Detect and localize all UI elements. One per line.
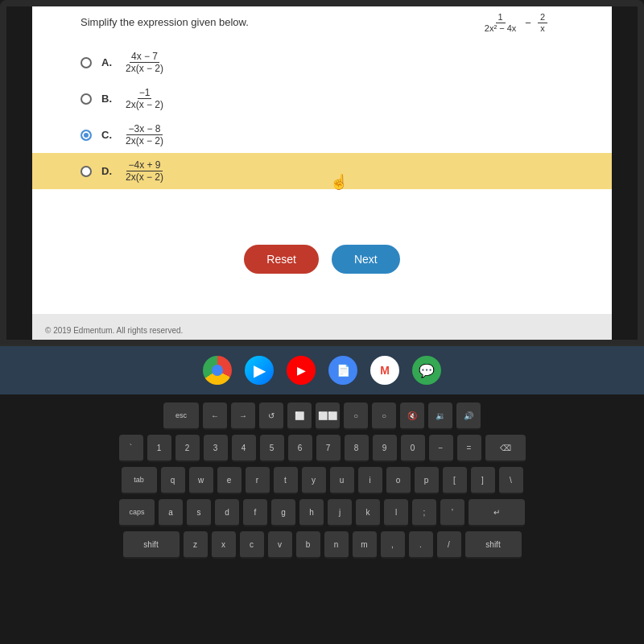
key-vol-up[interactable]: 🔊 bbox=[456, 402, 481, 430]
key-7[interactable]: 7 bbox=[316, 435, 341, 462]
youtube-icon[interactable]: ▶ bbox=[287, 356, 316, 385]
key-tab[interactable]: tab bbox=[122, 467, 157, 494]
key-x[interactable]: x bbox=[212, 531, 236, 559]
key-caps[interactable]: caps bbox=[119, 499, 155, 526]
key-o[interactable]: o bbox=[386, 467, 411, 494]
key-windows[interactable]: ⬜⬜ bbox=[316, 402, 340, 430]
key-c[interactable]: c bbox=[240, 531, 264, 559]
key-fullscreen[interactable]: ⬜ bbox=[287, 402, 312, 430]
choice-a-denominator: 2x(x − 2) bbox=[124, 63, 165, 74]
keyboard-row-asdf: caps a s d f g h j k l ; ' ↵ bbox=[119, 499, 525, 526]
key-y[interactable]: y bbox=[302, 467, 326, 494]
key-v[interactable]: v bbox=[268, 531, 292, 559]
key-i[interactable]: i bbox=[358, 467, 382, 494]
key-backtick[interactable]: ` bbox=[119, 435, 143, 462]
operator: − bbox=[525, 17, 531, 29]
key-k[interactable]: k bbox=[356, 499, 380, 526]
fraction1-numerator: 1 bbox=[496, 12, 506, 23]
key-2[interactable]: 2 bbox=[175, 435, 200, 462]
key-bracket-close[interactable]: ] bbox=[471, 467, 495, 494]
key-refresh[interactable]: ↺ bbox=[259, 402, 283, 430]
next-button[interactable]: Next bbox=[332, 245, 400, 274]
choice-a[interactable]: A. 4x − 7 2x(x − 2) bbox=[80, 44, 564, 80]
keyboard-row-zxcv: shift z x c v b n m , . / shift bbox=[123, 531, 522, 559]
key-bright-up[interactable]: ○ bbox=[372, 402, 396, 430]
key-g[interactable]: g bbox=[271, 499, 295, 526]
chat-icon[interactable]: 💬 bbox=[412, 356, 441, 385]
key-u[interactable]: u bbox=[330, 467, 354, 494]
key-s[interactable]: s bbox=[187, 499, 211, 526]
key-backspace[interactable]: ⌫ bbox=[485, 435, 526, 462]
fraction2-numerator: 2 bbox=[538, 12, 547, 23]
key-shift-right[interactable]: shift bbox=[465, 531, 522, 559]
key-q[interactable]: q bbox=[161, 467, 185, 494]
key-a[interactable]: a bbox=[159, 499, 183, 526]
key-j[interactable]: j bbox=[328, 499, 352, 526]
key-0[interactable]: 0 bbox=[401, 435, 425, 462]
key-r[interactable]: r bbox=[246, 467, 270, 494]
gmail-icon[interactable]: M bbox=[370, 356, 399, 385]
play-store-icon[interactable]: ▶ bbox=[245, 356, 274, 385]
key-back[interactable]: ← bbox=[203, 402, 227, 430]
docs-icon[interactable]: 📄 bbox=[328, 356, 357, 385]
key-b[interactable]: b bbox=[296, 531, 320, 559]
key-4[interactable]: 4 bbox=[232, 435, 256, 462]
key-forward[interactable]: → bbox=[231, 402, 255, 430]
keyboard: esc ← → ↺ ⬜ ⬜⬜ ○ ○ 🔇 🔉 🔊 ` 1 2 3 4 5 6 7… bbox=[0, 394, 644, 644]
key-z[interactable]: z bbox=[184, 531, 208, 559]
key-p[interactable]: p bbox=[415, 467, 439, 494]
choice-c-fraction: −3x − 8 2x(x − 2) bbox=[124, 123, 165, 147]
key-slash[interactable]: / bbox=[437, 531, 461, 559]
key-backslash[interactable]: \ bbox=[499, 467, 523, 494]
key-comma[interactable]: , bbox=[381, 531, 405, 559]
key-m[interactable]: m bbox=[353, 531, 377, 559]
choice-d-numerator: −4x + 9 bbox=[126, 159, 162, 171]
action-buttons: Reset Next bbox=[32, 245, 612, 274]
key-t[interactable]: t bbox=[274, 467, 298, 494]
key-8[interactable]: 8 bbox=[345, 435, 369, 462]
fraction1-denominator: 2x² − 4x bbox=[482, 23, 518, 34]
key-w[interactable]: w bbox=[189, 467, 213, 494]
key-quote[interactable]: ' bbox=[440, 499, 464, 526]
answer-choices: A. 4x − 7 2x(x − 2) B. −1 2x(x − 2) C. bbox=[80, 44, 564, 189]
choice-c[interactable]: C. −3x − 8 2x(x − 2) bbox=[80, 117, 564, 153]
radio-b[interactable] bbox=[80, 93, 92, 105]
key-mute[interactable]: 🔇 bbox=[400, 402, 424, 430]
key-esc[interactable]: esc bbox=[163, 402, 199, 430]
radio-c[interactable] bbox=[80, 130, 92, 141]
key-enter[interactable]: ↵ bbox=[469, 499, 525, 526]
key-5[interactable]: 5 bbox=[260, 435, 284, 462]
key-6[interactable]: 6 bbox=[288, 435, 312, 462]
laptop-screen: Simplify the expression given below. 1 2… bbox=[32, 0, 612, 346]
main-fraction-2: 2 x bbox=[538, 12, 547, 34]
key-equals[interactable]: = bbox=[457, 435, 481, 462]
key-h[interactable]: h bbox=[299, 499, 324, 526]
key-d[interactable]: d bbox=[215, 499, 239, 526]
key-1[interactable]: 1 bbox=[147, 435, 171, 462]
choice-b-label: B. bbox=[101, 93, 114, 105]
key-n[interactable]: n bbox=[324, 531, 349, 559]
key-period[interactable]: . bbox=[409, 531, 433, 559]
key-minus[interactable]: − bbox=[429, 435, 453, 462]
key-f[interactable]: f bbox=[243, 499, 267, 526]
key-shift-left[interactable]: shift bbox=[123, 531, 180, 559]
radio-d[interactable] bbox=[80, 166, 92, 177]
footer-bar: © 2019 Edmentum. All rights reserved. bbox=[32, 314, 612, 346]
key-bracket-open[interactable]: [ bbox=[443, 467, 467, 494]
choice-a-label: A. bbox=[101, 56, 114, 68]
chrome-icon[interactable] bbox=[203, 356, 232, 385]
key-bright-down[interactable]: ○ bbox=[344, 402, 368, 430]
content-area: Simplify the expression given below. 1 2… bbox=[32, 0, 612, 314]
key-3[interactable]: 3 bbox=[204, 435, 228, 462]
choice-c-denominator: 2x(x − 2) bbox=[124, 135, 165, 147]
choice-b[interactable]: B. −1 2x(x − 2) bbox=[80, 80, 564, 117]
key-l[interactable]: l bbox=[384, 499, 408, 526]
key-e[interactable]: e bbox=[217, 467, 242, 494]
choice-c-numerator: −3x − 8 bbox=[126, 123, 162, 135]
key-semicolon[interactable]: ; bbox=[412, 499, 436, 526]
choice-d[interactable]: D. −4x + 9 2x(x − 2) bbox=[32, 153, 612, 189]
reset-button[interactable]: Reset bbox=[244, 245, 319, 274]
radio-a[interactable] bbox=[80, 57, 92, 68]
key-9[interactable]: 9 bbox=[373, 435, 397, 462]
key-vol-down[interactable]: 🔉 bbox=[428, 402, 452, 430]
